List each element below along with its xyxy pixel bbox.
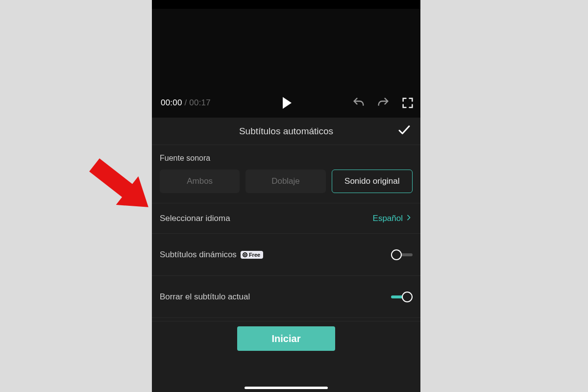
redo-icon [376, 96, 390, 110]
panel-actions: Iniciar [152, 321, 420, 359]
redo-button[interactable] [376, 96, 390, 110]
time-separator: / [182, 98, 190, 107]
dynamic-subtitles-label: Subtítulos dinámicos Free [160, 250, 263, 260]
auto-captions-panel: Subtítulos automáticos Fuente sonora Amb… [152, 118, 420, 392]
sound-source-segmented: Ambos Doblaje Sonido original [160, 170, 413, 203]
time-total: 00:17 [189, 98, 211, 107]
language-current: Español [373, 214, 403, 223]
toggle-knob [391, 249, 402, 260]
sound-source-section: Fuente sonora Ambos Doblaje Sonido origi… [152, 145, 420, 203]
time-display: 00:00 / 00:17 [152, 98, 211, 108]
dynamic-subtitles-row: Subtítulos dinámicos Free [152, 234, 420, 276]
phone-frame: 00:00 / 00:17 [152, 0, 420, 392]
sound-source-label: Fuente sonora [160, 154, 413, 163]
language-value[interactable]: Español [373, 213, 413, 223]
clock-icon [243, 252, 247, 257]
play-icon [283, 97, 292, 109]
undo-icon [352, 96, 366, 110]
panel-title: Subtítulos automáticos [239, 126, 333, 137]
fullscreen-icon [401, 96, 415, 110]
transport-actions [352, 88, 415, 118]
clear-subtitle-label: Borrar el subtítulo actual [160, 292, 250, 302]
clear-subtitle-toggle[interactable] [391, 292, 413, 302]
clear-subtitle-row: Borrar el subtítulo actual [152, 276, 420, 318]
play-button[interactable] [278, 95, 294, 111]
confirm-button[interactable] [396, 122, 413, 139]
language-row[interactable]: Seleccionar idioma Español [152, 203, 420, 234]
video-preview: 00:00 / 00:17 [152, 9, 420, 118]
dynamic-subtitles-toggle[interactable] [391, 249, 413, 260]
free-badge-text: Free [249, 251, 260, 258]
source-option-ambos[interactable]: Ambos [160, 170, 240, 193]
panel-header: Subtítulos automáticos [152, 118, 420, 145]
time-current: 00:00 [161, 98, 182, 107]
start-button[interactable]: Iniciar [237, 326, 335, 351]
toggle-knob [402, 292, 413, 302]
source-option-sonido-original[interactable]: Sonido original [332, 170, 413, 193]
svg-rect-1 [89, 158, 134, 198]
chevron-right-icon [405, 214, 413, 224]
free-badge: Free [241, 251, 263, 259]
fullscreen-button[interactable] [401, 96, 415, 110]
dynamic-subtitles-label-text: Subtítulos dinámicos [160, 250, 237, 260]
language-label: Seleccionar idioma [160, 214, 230, 223]
home-indicator [245, 387, 328, 389]
undo-button[interactable] [352, 96, 366, 110]
transport-bar: 00:00 / 00:17 [152, 88, 420, 118]
annotation-arrow [78, 152, 162, 216]
source-option-doblaje[interactable]: Doblaje [245, 170, 325, 193]
check-icon [397, 122, 412, 139]
